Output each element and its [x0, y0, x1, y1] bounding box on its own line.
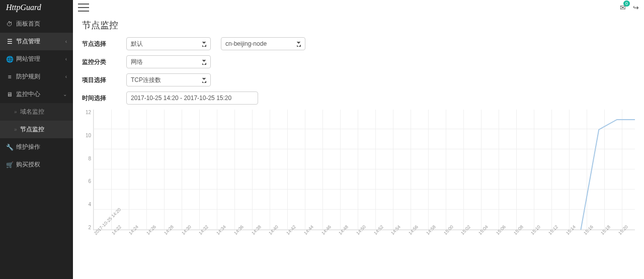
main: ✉ 0 ↪ 节点监控 节点选择 默认 cn-beijing-node [73, 0, 644, 279]
xtick: 14:26 [145, 232, 149, 236]
ytick: 2 [88, 225, 91, 230]
xtick: 14:50 [355, 232, 359, 236]
xtick: 14:46 [320, 232, 324, 236]
xtick: 15:12 [547, 232, 551, 236]
sidebar: HttpGuard ⏱ 面板首页 ☰ 节点管理 ‹ 🌐 网站管理 ‹ ≡ 防护规… [0, 0, 73, 279]
menu-toggle-button[interactable] [78, 4, 89, 12]
xtick: 15:04 [477, 232, 481, 236]
xtick: 14:30 [181, 232, 184, 236]
node-select[interactable]: cn-beijing-node [221, 37, 305, 50]
xtick: 15:06 [495, 232, 499, 236]
chart-grid [93, 110, 635, 230]
xtick: 15:08 [513, 232, 516, 236]
xtick: 15:16 [583, 232, 586, 236]
label-category: 监控分类 [82, 58, 126, 66]
label-item: 项目选择 [82, 76, 126, 84]
xtick: 14:52 [373, 232, 376, 236]
nav-label: 监控中心 [16, 90, 40, 99]
chart-line [94, 110, 635, 230]
nav-site-manage[interactable]: 🌐 网站管理 ‹ [0, 50, 73, 68]
chevron-left-icon: ‹ [65, 39, 67, 44]
xtick: 14:42 [285, 232, 289, 236]
nav-monitor-center[interactable]: 🖥 监控中心 ⌄ [0, 85, 73, 103]
category-select[interactable]: 网络 [126, 55, 211, 68]
chevron-down-icon: ⌄ [63, 91, 67, 97]
xtick: 14:32 [198, 232, 201, 236]
xtick: 14:34 [215, 232, 219, 236]
nav-protect-rules[interactable]: ≡ 防护规则 ‹ [0, 68, 73, 85]
xtick: 15:14 [565, 232, 569, 236]
nav-sub-label: 节点监控 [20, 125, 44, 134]
nav-label: 节点管理 [16, 37, 40, 46]
xtick: 15:18 [600, 232, 603, 236]
chart-xaxis: 2017-10-25 14:2014:2214:2414:2614:2814:3… [82, 232, 635, 237]
list-icon: ≡ [6, 73, 13, 80]
item-select[interactable]: TCP连接数 [126, 73, 211, 86]
nav-maintenance[interactable]: 🔧 维护操作 [0, 138, 73, 156]
nav-dashboard[interactable]: ⏱ 面板首页 [0, 15, 73, 33]
label-time: 时间选择 [82, 94, 126, 103]
ytick: 8 [88, 156, 91, 161]
nav-purchase[interactable]: 🛒 购买授权 [0, 156, 73, 173]
xtick: 14:56 [408, 232, 411, 236]
logout-button[interactable]: ↪ [633, 4, 639, 12]
dashboard-icon: ⏱ [6, 21, 13, 28]
nav: ⏱ 面板首页 ☰ 节点管理 ‹ 🌐 网站管理 ‹ ≡ 防护规则 ‹ 🖥 监控中心 [0, 15, 73, 173]
xtick: 15:10 [530, 232, 533, 236]
group-select[interactable]: 默认 [126, 37, 211, 50]
xtick: 14:36 [233, 232, 236, 236]
xtick: 14:44 [303, 232, 306, 236]
logout-icon: ↪ [633, 4, 639, 12]
xtick: 14:24 [128, 232, 131, 236]
time-range-input[interactable] [126, 91, 258, 105]
globe-icon: 🌐 [6, 56, 13, 63]
chart: 12108642 [82, 110, 635, 230]
chevron-left-icon: ‹ [65, 56, 67, 62]
topbar: ✉ 0 ↪ [73, 0, 644, 15]
nav-label: 防护规则 [16, 72, 40, 81]
xtick: 15:00 [443, 232, 446, 236]
label-node-select: 节点选择 [82, 40, 126, 48]
page-title: 节点监控 [82, 19, 635, 31]
mail-button[interactable]: ✉ 0 [620, 4, 626, 12]
nav-label: 购买授权 [16, 160, 40, 169]
xtick: 14:58 [425, 232, 429, 236]
xtick: 2017-10-25 14:20 [93, 232, 97, 236]
brand-logo: HttpGuard [0, 0, 73, 15]
ytick: 6 [88, 178, 91, 184]
monitor-icon: 🖥 [6, 91, 13, 98]
xtick: 15:20 [617, 232, 621, 236]
nav-label: 网站管理 [16, 55, 40, 63]
sub-chevron-icon: » [14, 109, 17, 115]
nav-node-manage[interactable]: ☰ 节点管理 ‹ [0, 33, 73, 50]
mail-badge: 0 [623, 1, 630, 7]
nav-label: 维护操作 [16, 143, 40, 151]
xtick: 14:38 [251, 232, 254, 236]
xtick: 14:54 [390, 232, 393, 236]
xtick: 15:02 [460, 232, 463, 236]
nav-sub-label: 域名监控 [20, 108, 44, 116]
xtick: 14:22 [111, 232, 114, 236]
ytick: 4 [88, 202, 91, 207]
chart-yaxis: 12108642 [82, 110, 93, 230]
ytick: 10 [86, 133, 91, 138]
nav-sub-node-monitor[interactable]: » 节点监控 [0, 121, 73, 138]
xtick: 14:28 [163, 232, 167, 236]
server-icon: ☰ [6, 38, 13, 45]
nav-label: 面板首页 [16, 20, 40, 28]
cart-icon: 🛒 [6, 161, 13, 168]
ytick: 12 [86, 110, 91, 115]
xtick: 14:40 [268, 232, 271, 236]
xtick: 14:48 [338, 232, 341, 236]
nav-sub-domain-monitor[interactable]: » 域名监控 [0, 103, 73, 121]
sub-chevron-icon: » [14, 127, 17, 132]
chevron-left-icon: ‹ [65, 74, 67, 79]
wrench-icon: 🔧 [6, 144, 13, 151]
content: 节点监控 节点选择 默认 cn-beijing-node 监控分类 网络 项目选… [73, 15, 644, 279]
